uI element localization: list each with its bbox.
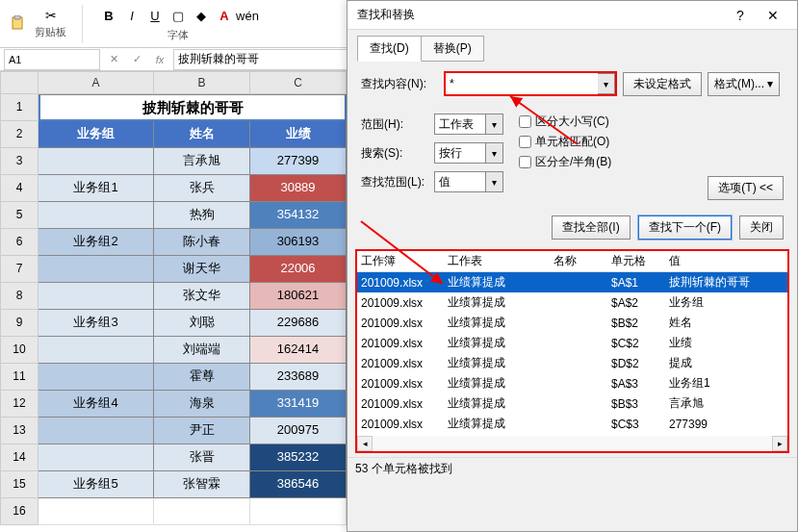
row-header[interactable]: 14 — [0, 444, 39, 471]
col-header-b[interactable]: B — [154, 71, 250, 94]
data-cell[interactable]: 张文华 — [154, 283, 250, 310]
data-cell[interactable]: 张晋 — [154, 444, 250, 471]
data-cell[interactable] — [39, 364, 154, 391]
title-cell[interactable]: 披荆斩棘的哥哥 — [39, 94, 347, 121]
dropdown-button[interactable]: ▾ — [598, 73, 615, 94]
fill-color-button[interactable]: ◆ — [191, 5, 212, 26]
data-cell[interactable]: 尹正 — [154, 418, 250, 444]
data-cell[interactable]: 229686 — [250, 310, 347, 337]
data-cell[interactable]: 277399 — [250, 148, 347, 175]
row-header[interactable]: 10 — [0, 337, 39, 364]
col-value[interactable]: 值 — [665, 251, 787, 271]
data-cell[interactable]: 180621 — [250, 283, 347, 310]
result-row[interactable]: 201009.xlsx业绩算提成$C$3277399 — [357, 414, 787, 434]
data-cell[interactable]: 业务组1 — [39, 175, 154, 202]
dropdown-button[interactable]: ▾ — [486, 171, 503, 192]
data-cell[interactable]: 张兵 — [154, 175, 250, 202]
bold-button[interactable]: B — [98, 5, 119, 26]
row-header[interactable]: 11 — [0, 364, 39, 391]
data-cell[interactable]: 30889 — [250, 175, 347, 202]
scroll-track[interactable] — [373, 436, 772, 451]
row-header[interactable]: 1 — [0, 94, 39, 121]
row-header[interactable]: 15 — [0, 471, 39, 498]
paste-button[interactable] — [10, 15, 25, 33]
data-cell[interactable]: 张智霖 — [154, 471, 250, 498]
close-button[interactable]: 关闭 — [739, 215, 784, 240]
close-icon[interactable]: ✕ — [759, 6, 787, 25]
search-input[interactable] — [446, 73, 598, 94]
row-header[interactable]: 3 — [0, 148, 39, 175]
data-cell[interactable]: 霍尊 — [154, 364, 250, 391]
row-header[interactable]: 2 — [0, 121, 39, 148]
empty-cell[interactable] — [250, 498, 347, 525]
data-cell[interactable]: 业务组4 — [39, 391, 154, 418]
wholecell-checkbox[interactable] — [519, 136, 531, 148]
data-cell[interactable]: 刘聪 — [154, 310, 250, 337]
data-cell[interactable]: 233689 — [250, 364, 347, 391]
row-header[interactable]: 9 — [0, 310, 39, 337]
data-cell[interactable]: 385232 — [250, 444, 347, 471]
fullhalf-checkbox[interactable] — [519, 156, 531, 168]
options-button[interactable]: 选项(T) << — [708, 176, 784, 200]
help-button[interactable]: ? — [726, 6, 755, 25]
col-header-c[interactable]: C — [250, 71, 347, 94]
row-header[interactable]: 13 — [0, 418, 39, 444]
col-workbook[interactable]: 工作簿 — [357, 251, 444, 271]
data-cell[interactable]: 热狗 — [154, 202, 250, 229]
result-row[interactable]: 201009.xlsx业绩算提成$A$3业务组1 — [357, 373, 787, 393]
scroll-left-button[interactable]: ◂ — [357, 436, 373, 451]
data-cell[interactable]: 业务组2 — [39, 229, 154, 256]
header-cell[interactable]: 业绩 — [250, 121, 347, 148]
select-all-corner[interactable] — [0, 71, 39, 94]
data-cell[interactable]: 刘端端 — [154, 337, 250, 364]
row-header[interactable]: 16 — [0, 498, 39, 525]
col-header-a[interactable]: A — [39, 71, 154, 94]
scope-select[interactable]: 工作表 — [434, 114, 486, 135]
scroll-right-button[interactable]: ▸ — [772, 436, 787, 451]
data-cell[interactable]: 谢天华 — [154, 256, 250, 283]
result-row[interactable]: 201009.xlsx业绩算提成$C$2业绩 — [357, 333, 787, 353]
data-cell[interactable]: 业务组5 — [39, 471, 154, 498]
tab-replace[interactable]: 替换(P) — [421, 36, 484, 62]
data-cell[interactable] — [39, 418, 154, 444]
header-cell[interactable]: 姓名 — [154, 121, 250, 148]
empty-cell[interactable] — [39, 498, 154, 525]
data-cell[interactable] — [39, 283, 154, 310]
row-header[interactable]: 12 — [0, 391, 39, 418]
case-checkbox[interactable] — [519, 115, 531, 128]
phonetic-button[interactable]: wén — [237, 5, 258, 26]
result-row[interactable]: 201009.xlsx业绩算提成$A$1披荆斩棘的哥哥 — [357, 272, 787, 292]
data-cell[interactable] — [39, 202, 154, 229]
data-cell[interactable] — [39, 256, 154, 283]
dropdown-button[interactable]: ▾ — [486, 114, 503, 135]
name-box[interactable]: A1 — [4, 49, 100, 70]
col-cell[interactable]: 单元格 — [607, 251, 665, 271]
result-row[interactable]: 201009.xlsx业绩算提成$B$3言承旭 — [357, 393, 787, 414]
confirm-icon[interactable]: ✓ — [127, 50, 146, 69]
data-cell[interactable]: 354132 — [250, 202, 347, 229]
find-next-button[interactable]: 查找下一个(F) — [638, 215, 732, 240]
font-color-button[interactable]: A — [214, 5, 235, 26]
cancel-icon[interactable]: ✕ — [104, 50, 123, 69]
data-cell[interactable]: 162414 — [250, 337, 347, 364]
empty-cell[interactable] — [154, 498, 250, 525]
col-worksheet[interactable]: 工作表 — [444, 251, 550, 271]
row-header[interactable]: 8 — [0, 283, 39, 310]
underline-button[interactable]: U — [144, 5, 166, 26]
data-cell[interactable]: 331419 — [250, 391, 347, 418]
data-cell[interactable] — [39, 444, 154, 471]
scissors-icon[interactable]: ✂ — [45, 8, 57, 23]
data-cell[interactable]: 业务组3 — [39, 310, 154, 337]
result-row[interactable]: 201009.xlsx业绩算提成$D$2提成 — [357, 353, 787, 373]
fx-icon[interactable]: fx — [150, 50, 169, 69]
header-cell[interactable]: 业务组 — [39, 121, 154, 148]
result-row[interactable]: 201009.xlsx业绩算提成$A$2业务组 — [357, 292, 787, 313]
lookin-select[interactable]: 值 — [434, 171, 486, 192]
search-mode-select[interactable]: 按行 — [434, 142, 486, 164]
result-row[interactable]: 201009.xlsx业绩算提成$B$2姓名 — [357, 313, 787, 333]
data-cell[interactable] — [39, 148, 154, 175]
no-format-button[interactable]: 未设定格式 — [623, 72, 702, 96]
row-header[interactable]: 6 — [0, 229, 39, 256]
data-cell[interactable]: 306193 — [250, 229, 347, 256]
find-all-button[interactable]: 查找全部(I) — [552, 215, 630, 240]
